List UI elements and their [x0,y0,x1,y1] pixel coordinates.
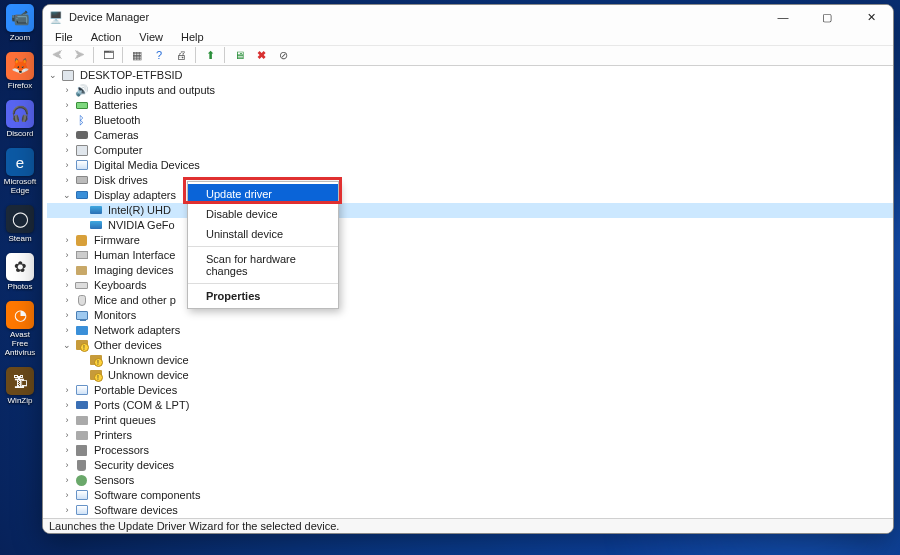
help-button[interactable]: ? [149,46,169,64]
tree-node[interactable]: Unknown device [47,353,893,368]
tree-node[interactable]: Imaging devices [47,263,893,278]
show-hidden-button[interactable]: 🗔 [98,46,118,64]
tree-node[interactable]: Intel(R) UHD [47,203,893,218]
expand-caret-icon[interactable] [61,398,73,413]
tree-node-label: Security devices [92,458,176,473]
expand-caret-icon[interactable] [61,98,73,113]
tree-node[interactable]: Cameras [47,128,893,143]
expand-caret-icon[interactable] [61,473,73,488]
tree-node[interactable]: Print queues [47,413,893,428]
forward-button: ⮞ [69,46,89,64]
tree-node-label: Audio inputs and outputs [92,83,217,98]
tree-node[interactable]: ᛒBluetooth [47,113,893,128]
menu-file[interactable]: File [47,29,81,45]
scan-hardware-button[interactable]: 🖥 [229,46,249,64]
tree-node[interactable]: Security devices [47,458,893,473]
tree-node-label: Intel(R) UHD [106,203,173,218]
menubar: FileActionViewHelp [43,29,893,46]
tree-node[interactable]: Unknown device [47,368,893,383]
tree-node[interactable]: Batteries [47,98,893,113]
expand-caret-icon[interactable] [61,428,73,443]
tree-node[interactable]: Human Interface [47,248,893,263]
desktop-icon-firefox[interactable]: 🦊Firefox [4,52,36,90]
expand-caret-icon[interactable] [61,128,73,143]
expand-caret-icon[interactable] [61,323,73,338]
tree-node-label: Software components [92,488,202,503]
expand-caret-icon[interactable] [61,113,73,128]
expand-caret-icon[interactable] [61,278,73,293]
img-icon [74,264,89,277]
tree-node[interactable]: Portable Devices [47,383,893,398]
expand-caret-icon[interactable] [61,443,73,458]
context-menu: Update driverDisable deviceUninstall dev… [187,181,339,309]
menu-help[interactable]: Help [173,29,212,45]
properties-button[interactable]: ▦ [127,46,147,64]
tree-node[interactable]: Disk drives [47,173,893,188]
tree-node-label: NVIDIA GeFo [106,218,177,233]
tree-node[interactable]: Sensors [47,473,893,488]
tree-node[interactable]: Monitors [47,308,893,323]
tree-node-label: Digital Media Devices [92,158,202,173]
tree-node[interactable]: Other devices [47,338,893,353]
close-button[interactable]: ✕ [849,5,893,29]
collapse-caret-icon[interactable] [61,338,73,353]
tree-node[interactable]: Computer [47,143,893,158]
tree-node[interactable]: Software devices [47,503,893,518]
context-menu-item-disable-device[interactable]: Disable device [188,204,338,224]
expand-caret-icon[interactable] [61,503,73,518]
tree-node[interactable]: Processors [47,443,893,458]
device-tree[interactable]: DESKTOP-ETFBSID🔊Audio inputs and outputs… [43,66,893,519]
disable-button[interactable]: ⊘ [273,46,293,64]
minimize-button[interactable]: — [761,5,805,29]
desktop-icon-zoom[interactable]: 📹Zoom [4,4,36,42]
tree-node[interactable]: Digital Media Devices [47,158,893,173]
expand-caret-icon[interactable] [61,458,73,473]
kb-icon [74,279,89,292]
expand-caret-icon[interactable] [61,488,73,503]
expand-caret-icon[interactable] [61,143,73,158]
tree-node[interactable]: Display adapters [47,188,893,203]
tree-node[interactable]: Mice and other p [47,293,893,308]
tree-node[interactable]: 🔊Audio inputs and outputs [47,83,893,98]
expand-caret-icon[interactable] [61,263,73,278]
tree-node-label: DESKTOP-ETFBSID [78,68,184,83]
desktop-icon-steam[interactable]: ◯Steam [4,205,36,243]
expand-caret-icon[interactable] [61,293,73,308]
expand-caret-icon[interactable] [61,248,73,263]
tree-node-label: Print queues [92,413,158,428]
tree-node[interactable]: Printers [47,428,893,443]
expand-caret-icon[interactable] [61,383,73,398]
expand-caret-icon[interactable] [61,83,73,98]
print-button[interactable]: 🖨 [171,46,191,64]
expand-caret-icon[interactable] [61,413,73,428]
desktop-icon-photos[interactable]: ✿Photos [4,253,36,291]
expand-caret-icon[interactable] [61,233,73,248]
tree-node[interactable]: Ports (COM & LPT) [47,398,893,413]
context-menu-item-scan-for-hardware-changes[interactable]: Scan for hardware changes [188,249,338,281]
warn-icon [88,369,103,382]
desktop-icon-microsoft-edge[interactable]: eMicrosoft Edge [4,148,36,195]
tree-node[interactable]: Network adapters [47,323,893,338]
collapse-caret-icon[interactable] [47,68,59,83]
menu-action[interactable]: Action [83,29,130,45]
expand-caret-icon[interactable] [61,308,73,323]
context-menu-item-uninstall-device[interactable]: Uninstall device [188,224,338,244]
menu-view[interactable]: View [131,29,171,45]
context-menu-item-update-driver[interactable]: Update driver [188,184,338,204]
desktop-icon-discord[interactable]: 🎧Discord [4,100,36,138]
tree-node[interactable]: Keyboards [47,278,893,293]
expand-caret-icon[interactable] [61,173,73,188]
maximize-button[interactable]: ▢ [805,5,849,29]
tree-node[interactable]: NVIDIA GeFo [47,218,893,233]
tree-node[interactable]: Software components [47,488,893,503]
tree-node[interactable]: DESKTOP-ETFBSID [47,68,893,83]
desktop-icon-avast-free-antivirus[interactable]: ◔Avast Free Antivirus [4,301,36,357]
collapse-caret-icon[interactable] [61,188,73,203]
update-driver-button[interactable]: ⬆ [200,46,220,64]
context-menu-item-properties[interactable]: Properties [188,286,338,306]
expand-caret-icon[interactable] [61,158,73,173]
tree-node[interactable]: Firmware [47,233,893,248]
uninstall-button[interactable]: ✖ [251,46,271,64]
desktop-icon-winzip[interactable]: 🗜WinZip [4,367,36,405]
title-text: Device Manager [69,11,149,23]
